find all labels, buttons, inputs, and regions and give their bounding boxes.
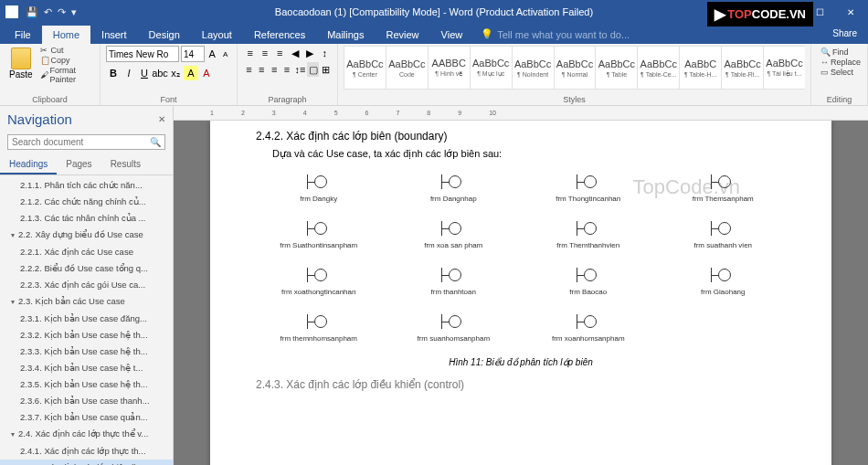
style-item[interactable]: AaBbCc¶ Mục lục [470, 46, 513, 90]
qat-customize-icon[interactable]: ▾ [71, 6, 77, 18]
line-spacing-button[interactable]: ↕≡ [293, 62, 306, 77]
increase-indent-button[interactable]: ▶ [302, 46, 316, 60]
document-page: TopCode.vn 2.4.2. Xác định các lớp biên … [210, 121, 831, 465]
tree-item[interactable]: 2.2.3. Xác định các gói Use ca... [0, 277, 173, 293]
tree-item[interactable]: ▾2.2. Xây dựng biểu đồ Use case [0, 227, 173, 244]
ribbon: Paste ✂Cut 📋Copy 🖌Format Painter Clipboa… [0, 44, 868, 106]
nav-close-icon[interactable]: ✕ [158, 114, 165, 124]
tree-item[interactable]: 2.2.2. Biểu đồ Use case tổng q... [0, 260, 173, 277]
subscript-button[interactable]: x₂ [168, 66, 183, 80]
select-button[interactable]: ▭Select [820, 68, 858, 77]
grow-font-icon[interactable]: A [206, 47, 218, 61]
font-color-button[interactable]: A [199, 66, 214, 80]
nav-search-input[interactable] [8, 135, 146, 149]
style-item[interactable]: AaBbCc¶ Table-Ce... [637, 46, 680, 90]
tree-item[interactable]: 2.3.1. Kịch bản Use case đăng... [0, 311, 173, 327]
tree-item[interactable]: 2.3.2. Kịch bản Use case hệ th... [0, 327, 173, 343]
tab-mailings[interactable]: Mailings [316, 26, 375, 44]
justify-button[interactable]: ≡ [281, 62, 293, 77]
editing-group-label: Editing [811, 95, 867, 104]
tree-item[interactable]: 2.4.2. Xác định các lớp biên (b... [0, 460, 173, 465]
style-item[interactable]: AaBbCc¶ NoIndent [512, 46, 555, 90]
highlight-button[interactable]: A [184, 66, 198, 80]
style-item[interactable]: AaBbCcCode [386, 46, 429, 90]
sort-button[interactable]: ↕ [318, 46, 332, 60]
select-icon: ▭ [820, 68, 829, 77]
style-item[interactable]: AaBbCc¶ Tài liệu t... [763, 46, 805, 90]
tab-design[interactable]: Design [138, 26, 191, 44]
tree-item[interactable]: 2.1.2. Các chức năng chính củ... [0, 194, 173, 210]
italic-button[interactable]: I [122, 66, 136, 80]
align-center-button[interactable]: ≡ [256, 62, 268, 77]
font-name-select[interactable] [106, 46, 179, 62]
tree-item[interactable]: 2.2.1. Xác định các Use case [0, 244, 173, 260]
style-item[interactable]: AaBbCc¶ Table-Ri... [721, 46, 764, 90]
decrease-indent-button[interactable]: ◀ [288, 46, 302, 60]
align-right-button[interactable]: ≡ [269, 62, 281, 77]
boundary-class: frm suanhomsanpham [391, 312, 517, 343]
nav-tab-pages[interactable]: Pages [57, 155, 101, 174]
font-size-select[interactable] [181, 46, 205, 62]
style-item[interactable]: AaBbC¶ Table-H... [679, 46, 722, 90]
tab-file[interactable]: File [4, 26, 42, 44]
nav-search[interactable]: 🔍 [7, 134, 165, 150]
qat-redo-icon[interactable]: ↷ [58, 6, 66, 18]
replace-button[interactable]: ↔Replace [820, 58, 858, 67]
style-item[interactable]: AaBbCc¶ Normal [554, 46, 597, 90]
nav-tab-results[interactable]: Results [101, 155, 150, 174]
search-icon[interactable]: 🔍 [146, 135, 164, 149]
boundary-class: frm Giaohang [661, 266, 787, 296]
bold-button[interactable]: B [106, 66, 121, 80]
borders-button[interactable]: ⊞ [320, 62, 332, 77]
bullets-button[interactable]: ≡ [243, 46, 257, 60]
tab-layout[interactable]: Layout [191, 26, 243, 44]
underline-button[interactable]: U [137, 66, 152, 80]
tree-item[interactable]: 2.3.5. Kịch bản Use case hệ th... [0, 376, 173, 393]
paste-icon [11, 48, 31, 69]
close-icon[interactable]: ✕ [837, 0, 864, 24]
style-item[interactable]: AaBbCc¶ Table [595, 46, 638, 90]
tab-references[interactable]: References [243, 26, 316, 44]
document-area[interactable]: 12345678910 TopCode.vn 2.4.2. Xác định c… [174, 106, 868, 465]
qat-save-icon[interactable]: 💾 [26, 6, 38, 18]
tree-item[interactable]: 2.1.3. Các tác nhân chính của ... [0, 210, 173, 227]
tab-insert[interactable]: Insert [90, 26, 138, 44]
format-painter-button[interactable]: 🖌Format Painter [40, 66, 94, 84]
cut-button[interactable]: ✂Cut [40, 46, 94, 55]
boundary-class: frm Dangky [256, 173, 382, 203]
ruler[interactable]: 12345678910 [174, 106, 868, 121]
paragraph-group-label: Paragraph [238, 95, 337, 104]
multilevel-button[interactable]: ≡ [273, 46, 287, 60]
tab-review[interactable]: Review [376, 26, 430, 44]
tree-item[interactable]: ▾2.4. Xác định các lớp thực thể v... [0, 426, 173, 443]
next-section-heading: 2.4.3. Xác định các lớp điều khiển (cont… [256, 378, 786, 391]
tab-view[interactable]: View [430, 26, 474, 44]
share-button[interactable]: Share [825, 26, 864, 41]
style-item[interactable]: AABBC¶ Hình vẽ [428, 46, 471, 90]
qat-undo-icon[interactable]: ↶ [44, 6, 52, 18]
numbering-button[interactable]: ≡ [258, 46, 271, 60]
tree-item[interactable]: 2.3.3. Kịch bản Use case hệ th... [0, 343, 173, 360]
style-item[interactable]: AaBbCc¶ Center [344, 46, 386, 90]
nav-tab-headings[interactable]: Headings [0, 155, 57, 174]
topcode-logo: ▶TOPCODE.VN [707, 2, 813, 26]
tree-item[interactable]: ▾2.3. Kịch bản các Use case [0, 293, 173, 311]
tree-item[interactable]: 2.3.4. Kịch bản Use case hệ t... [0, 360, 173, 376]
copy-button[interactable]: 📋Copy [40, 56, 94, 65]
align-left-button[interactable]: ≡ [243, 62, 255, 77]
tree-item[interactable]: 2.4.1. Xác định các lớp thực th... [0, 443, 173, 460]
tab-home[interactable]: Home [42, 26, 90, 44]
tell-me-search[interactable]: 💡Tell me what you want to do... [473, 25, 637, 44]
find-button[interactable]: 🔍Find [820, 48, 858, 57]
format-painter-icon: 🖌 [40, 70, 48, 79]
paste-button[interactable]: Paste [5, 46, 37, 84]
tree-item[interactable]: 2.3.6. Kịch bản Use case thanh... [0, 393, 173, 409]
shading-button[interactable]: ▢ [307, 62, 319, 77]
shrink-font-icon[interactable]: A [220, 47, 232, 61]
tree-item[interactable]: 2.1.1. Phân tích các chức năn... [0, 177, 173, 194]
boundary-class: frm xoathongtincanhan [256, 266, 382, 296]
nav-tree[interactable]: 2.1.1. Phân tích các chức năn...2.1.2. C… [0, 175, 173, 465]
boundary-class: frm Suathontinsanpham [256, 219, 382, 249]
tree-item[interactable]: 2.3.7. Kịch bản Use case quản... [0, 409, 173, 426]
strike-button[interactable]: abc [153, 66, 167, 80]
